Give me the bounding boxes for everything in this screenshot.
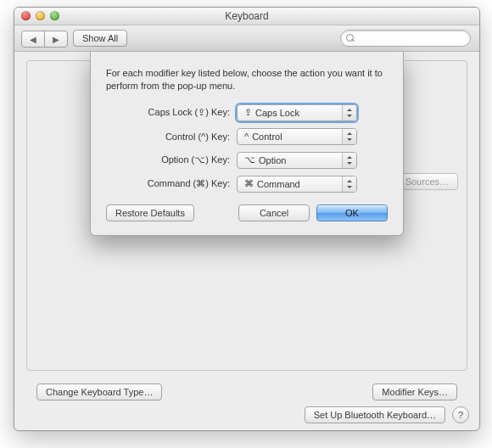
modifier-label: Caps Lock (⇪) Key: xyxy=(106,107,230,118)
toolbar: ◀ ▶ Show All xyxy=(14,25,479,52)
modifier-label: Option (⌥) Key: xyxy=(106,154,230,165)
chevron-updown-icon xyxy=(342,129,356,144)
triangle-left-icon: ◀ xyxy=(30,35,36,44)
modifier-popup-value: Caps Lock xyxy=(255,108,299,118)
modifier-symbol-icon: ^ xyxy=(244,132,249,142)
cancel-button[interactable]: Cancel xyxy=(238,204,310,221)
minimize-icon[interactable] xyxy=(36,11,45,20)
modifier-label: Control (^) Key: xyxy=(106,132,230,142)
modifier-popup-value: Command xyxy=(257,179,300,189)
change-keyboard-type-button[interactable]: Change Keyboard Type… xyxy=(36,384,162,400)
traffic-lights xyxy=(21,11,59,20)
window-title: Keyboard xyxy=(225,10,268,22)
modifier-keys-sheet: For each modifier key listed below, choo… xyxy=(90,52,404,236)
modifier-popup-value: Control xyxy=(252,132,282,142)
modifier-row: Command (⌘) Key:⌘Command xyxy=(106,176,388,193)
modifier-symbol-icon: ⇪ xyxy=(244,107,252,118)
preferences-window: Keyboard ◀ ▶ Show All Input Sources… Cha… xyxy=(14,7,480,431)
help-button[interactable]: ? xyxy=(452,406,469,423)
back-button[interactable]: ◀ xyxy=(21,31,45,48)
triangle-right-icon: ▶ xyxy=(53,35,59,44)
sheet-description: For each modifier key listed below, choo… xyxy=(106,67,388,92)
search-input[interactable] xyxy=(358,32,465,44)
modifier-popup[interactable]: ⇪Caps Lock xyxy=(237,104,357,121)
help-icon: ? xyxy=(458,410,463,420)
titlebar: Keyboard xyxy=(14,8,479,25)
modifier-popup[interactable]: ⌘Command xyxy=(237,176,357,193)
chevron-updown-icon xyxy=(342,153,356,168)
modifier-row: Option (⌥) Key:⌥Option xyxy=(106,152,388,169)
modifier-symbol-icon: ⌥ xyxy=(244,154,255,165)
sheet-body: For each modifier key listed below, choo… xyxy=(90,52,404,236)
chevron-updown-icon xyxy=(342,105,356,120)
modifier-row: Control (^) Key:^Control xyxy=(106,128,388,145)
window-body: Input Sources… Change Keyboard Type… Mod… xyxy=(14,52,479,430)
navigation-segment: ◀ ▶ xyxy=(21,31,68,46)
modifier-keys-button[interactable]: Modifier Keys… xyxy=(372,384,457,400)
modifier-popup[interactable]: ⌥Option xyxy=(237,152,357,169)
modifier-symbol-icon: ⌘ xyxy=(244,178,254,189)
forward-button[interactable]: ▶ xyxy=(44,31,68,48)
setup-bluetooth-keyboard-button[interactable]: Set Up Bluetooth Keyboard… xyxy=(305,406,445,423)
search-icon xyxy=(346,34,355,42)
restore-defaults-button[interactable]: Restore Defaults xyxy=(106,204,194,221)
modifier-popup[interactable]: ^Control xyxy=(237,128,357,145)
close-icon[interactable] xyxy=(21,11,31,20)
window-bottom-buttons: Set Up Bluetooth Keyboard… ? xyxy=(14,406,479,423)
modifier-row: Caps Lock (⇪) Key:⇪Caps Lock xyxy=(106,104,388,121)
modifier-popup-value: Option xyxy=(259,155,286,165)
panel-bottom-buttons: Change Keyboard Type… Modifier Keys… xyxy=(14,384,479,400)
search-field[interactable] xyxy=(340,30,471,47)
sheet-button-row: Restore Defaults Cancel OK xyxy=(106,204,388,221)
modifier-label: Command (⌘) Key: xyxy=(106,178,230,189)
ok-button[interactable]: OK xyxy=(316,204,388,221)
zoom-icon[interactable] xyxy=(50,11,59,20)
show-all-button[interactable]: Show All xyxy=(73,30,127,47)
chevron-updown-icon xyxy=(342,176,356,192)
